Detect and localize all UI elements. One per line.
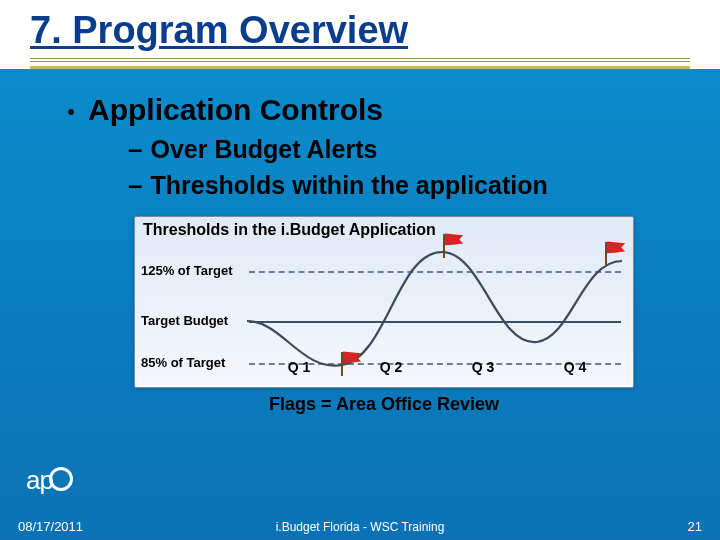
chart-container: Thresholds in the i.Budget Application 1…: [134, 216, 634, 415]
flag-cloth-icon: [445, 233, 463, 245]
x-label-q3: Q 3: [437, 359, 529, 375]
trend-curve: [247, 247, 627, 377]
logo-ring-icon: [49, 467, 73, 491]
footer-date: 08/17/2011: [18, 519, 83, 534]
footer-page: 21: [688, 519, 702, 534]
x-label-q2: Q 2: [345, 359, 437, 375]
flag-icon: [605, 239, 627, 265]
flag-cloth-icon: [607, 241, 625, 253]
footer-center: i.Budget Florida - WSC Training: [0, 520, 720, 534]
footer: 08/17/2011 i.Budget Florida - WSC Traini…: [0, 519, 720, 534]
bullet-dash-icon: –: [128, 169, 142, 203]
y-label-lower: 85% of Target: [141, 355, 225, 370]
apd-logo: ap: [26, 465, 73, 496]
slide: 7. Program Overview Application Controls…: [0, 0, 720, 540]
bullet-level-2: – Over Budget Alerts: [128, 133, 672, 167]
flag-pole-icon: [605, 242, 607, 266]
bullet-l1-text: Application Controls: [88, 93, 383, 127]
y-label-upper: 125% of Target: [141, 263, 233, 278]
chart-title: Thresholds in the i.Budget Application: [143, 221, 436, 239]
bullet-l2a-text: Over Budget Alerts: [150, 133, 377, 166]
y-label-target: Target Budget: [141, 313, 228, 328]
bullet-l2b-text: Thresholds within the application: [150, 169, 547, 202]
title-rule: [30, 58, 690, 69]
flags-caption: Flags = Area Office Review: [134, 394, 634, 415]
bullet-level-1: Application Controls: [68, 93, 672, 127]
bullet-dot-icon: [68, 109, 74, 115]
flag-icon: [443, 231, 465, 257]
slide-title: 7. Program Overview: [30, 10, 690, 52]
header-block: 7. Program Overview: [0, 0, 720, 69]
x-label-q4: Q 4: [529, 359, 621, 375]
x-label-q1: Q 1: [253, 359, 345, 375]
threshold-chart: Thresholds in the i.Budget Application 1…: [134, 216, 634, 388]
body-area: Application Controls – Over Budget Alert…: [0, 69, 720, 416]
x-axis-labels: Q 1 Q 2 Q 3 Q 4: [253, 359, 621, 375]
bullet-level-2: – Thresholds within the application: [128, 169, 672, 203]
flag-pole-icon: [443, 234, 445, 258]
bullet-dash-icon: –: [128, 133, 142, 167]
